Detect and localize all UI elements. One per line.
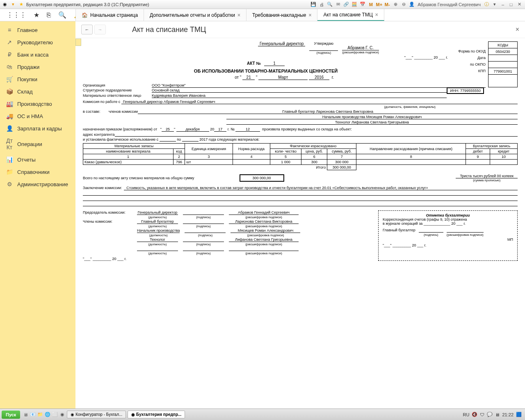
report-icon: 📊 (6, 156, 13, 163)
sidebar-prod[interactable]: 🏭Производство (0, 98, 75, 110)
search-icon[interactable]: 🔍 (58, 11, 66, 19)
ql-icon[interactable]: 📧 (29, 412, 37, 417)
dropdown-icon[interactable]: ▾ (10, 1, 16, 8)
back-button[interactable]: ← (81, 25, 93, 34)
tab-home[interactable]: 🏠Начальная страница (75, 9, 144, 21)
tray-icon[interactable]: 🔇 (472, 412, 477, 417)
taskbar-item-active[interactable]: ◉ Бухгалтерия предпр... (128, 411, 185, 418)
dropdown2-icon[interactable]: ▾ (491, 1, 498, 8)
ql-icon[interactable]: ◉ (59, 412, 66, 417)
sidebar-refs[interactable]: 📁Справочники (0, 166, 75, 178)
close-icon[interactable]: × (308, 12, 311, 18)
zoom-in-icon[interactable]: ⊕ (392, 1, 399, 8)
content: ← → Акт на списание ТМЦ × КОДЫ 0504230 7… (75, 21, 525, 409)
sidebar-os[interactable]: 🚚ОС и НМА (0, 110, 75, 122)
act-number: 1 (264, 61, 285, 66)
m-plus-icon[interactable]: M+ (375, 1, 383, 8)
star-icon[interactable]: ★ (34, 11, 39, 19)
tray-icon[interactable]: 🛡 (480, 412, 484, 417)
top-toolbar: ⋮⋮⋮ ★ ⎘ 🔍 🔔 🏠Начальная страница Дополнит… (0, 9, 525, 21)
tray-icon[interactable]: 💬 (487, 412, 493, 417)
materials-table: Материальные запасы Единица измерения Но… (83, 143, 518, 170)
title-bar: ◉ ▾ ★ Бухгалтерия предприятия, редакция … (0, 0, 525, 9)
tab-marker (75, 39, 81, 46)
home-icon: 🏠 (82, 12, 88, 18)
user-name[interactable]: Абрамов Геннадий Сергеевич (416, 2, 482, 7)
sidebar-main[interactable]: ≡Главное (0, 24, 75, 36)
codes-labels: Форма по ОКУД Дата по ОКПО КПП (449, 41, 486, 74)
total-text: Всего по настоящему акту списано материа… (83, 176, 194, 180)
page-title: Акт на списание ТМЦ (132, 25, 206, 34)
act-no-label: АКТ № (247, 61, 261, 66)
send-icon[interactable]: ✉ (334, 1, 342, 8)
calc-icon[interactable]: 🧮 (351, 1, 358, 8)
save-icon[interactable]: 💾 (310, 1, 317, 8)
tab-req[interactable]: Требования-накладные× (247, 9, 317, 21)
factory-icon: 🏭 (6, 100, 13, 107)
tray-icon[interactable]: 🟦 (516, 412, 522, 417)
app-icon: ◉ (2, 1, 8, 8)
info-icon[interactable]: ⓘ (483, 1, 490, 8)
user-icon: 👤 (408, 1, 415, 8)
fav-icon[interactable]: ★ (18, 1, 25, 8)
m-minus-icon[interactable]: M- (383, 1, 391, 8)
taskbar-item[interactable]: ◉ Конфигуратор - Бухгал... (67, 411, 126, 418)
lang-indicator[interactable]: RU (463, 412, 470, 417)
close-window-icon[interactable]: ✕ (516, 1, 523, 8)
codes-box: КОДЫ 0504230 779901001 (488, 41, 518, 87)
cart-icon: 🛒 (6, 76, 13, 82)
chart-icon: ↗ (6, 39, 13, 46)
act-date: от " 21 " Март 2016 г. (83, 75, 518, 80)
sidebar-admin[interactable]: ⚙Администрирование (0, 178, 75, 190)
start-button[interactable]: Пуск (2, 411, 20, 419)
ql-icon[interactable]: 🖥 (22, 412, 29, 417)
document-body[interactable]: КОДЫ 0504230 779901001 Форма по ОКУД Дат… (75, 38, 525, 406)
sidebar-reports[interactable]: 📊Отчеты (0, 153, 75, 166)
menu-icon: ≡ (6, 27, 13, 33)
table-row: Какао (давальческое)796шт 1 000300300 00… (83, 160, 518, 165)
total-amount: 300 000,00 (240, 174, 284, 182)
signatures: Председатель комиссии: Генеральный дирек… (83, 210, 362, 261)
sidebar-purch[interactable]: 🛒Покупки (0, 73, 75, 85)
close-page-icon[interactable]: × (516, 26, 519, 33)
ql-icon[interactable]: 🌐 (44, 412, 51, 417)
cal-icon[interactable]: 📅 (359, 1, 366, 8)
gear-icon: ⚙ (6, 181, 13, 187)
ops-icon: Дт Кт (6, 137, 13, 151)
link-icon[interactable]: 🔗 (342, 1, 350, 8)
inn-box: ИНН: 7799555550 (447, 87, 484, 94)
accounting-note: Отметка бухгалтерии Корреспонденция счет… (378, 210, 518, 261)
sidebar-ops[interactable]: Дт КтОперации (0, 135, 75, 153)
print-icon[interactable]: 🖨 (318, 1, 325, 8)
m-icon[interactable]: M (367, 1, 374, 8)
sidebar-manager[interactable]: ↗Руководителю (0, 36, 75, 48)
maximize-icon[interactable]: □ (507, 1, 515, 8)
tray-icon[interactable]: 🖥 (495, 412, 500, 417)
box-icon: 📦 (6, 88, 13, 95)
person-icon: 👤 (6, 125, 13, 132)
close-icon[interactable]: × (237, 12, 240, 18)
preview-icon[interactable]: 🔍 (326, 1, 333, 8)
ql-icon[interactable]: 📁 (37, 412, 44, 417)
sidebar-salary[interactable]: 👤Зарплата и кадры (0, 122, 75, 135)
forward-button[interactable]: → (94, 25, 106, 34)
ruble-icon: ₽ (6, 51, 13, 58)
truck-icon: 🚚 (6, 113, 13, 119)
app-title: Бухгалтерия предприятия, редакция 3.0 (1… (26, 2, 149, 7)
bag-icon: 🛍 (6, 64, 13, 70)
tab-act[interactable]: Акт на списание ТМЦ× (317, 9, 384, 21)
sidebar: ≡Главное ↗Руководителю ₽Банк и касса 🛍Пр… (0, 21, 75, 409)
apps-icon[interactable]: ⋮⋮⋮ (7, 11, 26, 19)
folder-icon: 📁 (6, 169, 13, 175)
zoom-out-icon[interactable]: ⊖ (400, 1, 407, 8)
tab-reports[interactable]: Дополнительные отчеты и обработки× (144, 9, 247, 21)
clock[interactable]: 21:22 (502, 412, 514, 417)
sidebar-sales[interactable]: 🛍Продажи (0, 61, 75, 73)
taskbar: Пуск 🖥 📧 📁 🌐 ⬜ ◉ ◉ Конфигуратор - Бухгал… (0, 409, 525, 420)
clipboard-icon[interactable]: ⎘ (47, 11, 51, 19)
close-icon[interactable]: × (375, 12, 378, 18)
ql-icon[interactable]: ⬜ (51, 412, 59, 417)
minimize-icon[interactable]: – (499, 1, 507, 8)
sidebar-bank[interactable]: ₽Банк и касса (0, 48, 75, 61)
sidebar-stock[interactable]: 📦Склад (0, 85, 75, 98)
